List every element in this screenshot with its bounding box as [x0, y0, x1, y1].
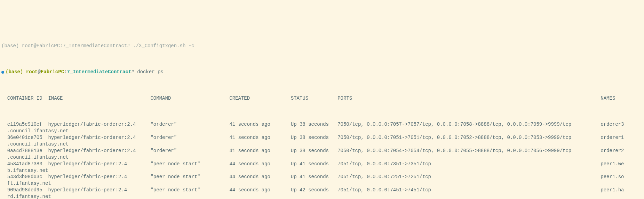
prompt-line: (base) root@FabricPC:7_IntermediateContr…: [1, 69, 643, 75]
table-row-continuation: .council.ifantasy.net: [1, 141, 643, 148]
prev-command-line: (base) root@FabricPC:7_IntermediateContr…: [1, 43, 643, 49]
table-row: 909ad98ded95 hyperledger/fabric-peer:2.4…: [1, 187, 643, 193]
prompt-host: FabricPC: [41, 69, 64, 75]
prompt-env: (base): [6, 69, 23, 75]
table-row-continuation: rd.ifantasy.net: [1, 193, 643, 199]
table-row-continuation: .council.ifantasy.net: [1, 154, 643, 161]
table-row: 543d3b08d03c hyperledger/fabric-peer:2.4…: [1, 174, 643, 180]
table-row-continuation: ft.ifantasy.net: [1, 180, 643, 187]
prompt-user: root: [26, 69, 38, 75]
terminal-output[interactable]: (base) root@FabricPC:7_IntermediateContr…: [0, 22, 644, 199]
table-row: 45341ad87383 hyperledger/fabric-peer:2.4…: [1, 161, 643, 167]
status-dot-icon: [1, 71, 4, 74]
table-row: c119a5c910ef hyperledger/fabric-orderer:…: [1, 121, 643, 128]
table-header: CONTAINER ID IMAGE COMMAND CREATED STATU…: [1, 95, 643, 102]
table-row-continuation: b.ifantasy.net: [1, 167, 643, 174]
table-row: 36e0401ce705 hyperledger/fabric-orderer:…: [1, 134, 643, 141]
table-row: 0aa4d788813e hyperledger/fabric-orderer:…: [1, 148, 643, 154]
table-row-continuation: .council.ifantasy.net: [1, 128, 643, 134]
prompt-cwd: 7_IntermediateContract: [67, 69, 131, 75]
command-text: docker ps: [137, 69, 164, 75]
table-body: c119a5c910ef hyperledger/fabric-orderer:…: [1, 121, 643, 199]
